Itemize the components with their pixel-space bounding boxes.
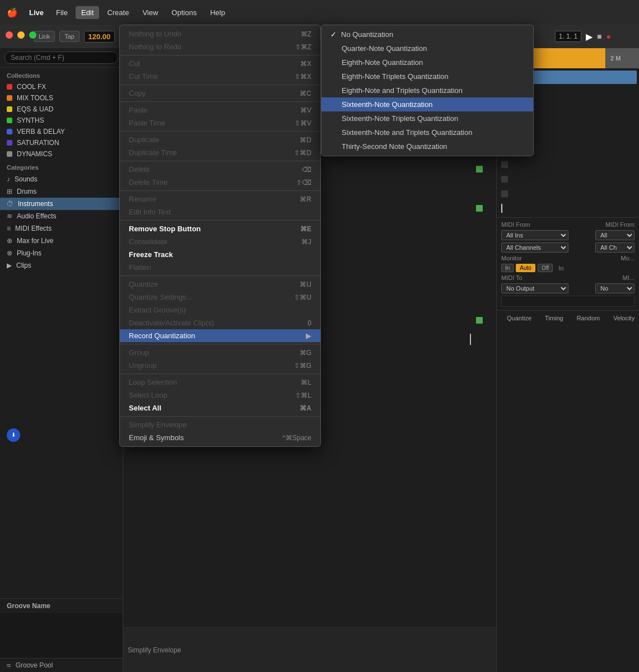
submenu-thirty-second[interactable]: Thirty-Second Note Quantization	[321, 139, 533, 153]
menu-paste: Paste ⌘V	[120, 104, 320, 116]
menu-extract-groove: Extract Groove(s)	[120, 304, 320, 316]
sidebar-item-plugins[interactable]: ⊗ Plug-Ins	[0, 247, 123, 259]
sidebar: Collections COOL FX MIX TOOLS EQS & UAD …	[0, 48, 123, 672]
apple-logo-icon[interactable]: 🍎	[7, 7, 18, 18]
collection-mix-tools[interactable]: MIX TOOLS	[0, 92, 123, 104]
all-channels-select[interactable]: All Channels	[501, 242, 568, 253]
view-menu[interactable]: View	[137, 6, 164, 19]
search-input[interactable]	[4, 52, 118, 64]
menu-consolidate: Consolidate ⌘J	[120, 235, 320, 248]
midi-from-label: MIDI From	[501, 221, 530, 228]
menu-freeze-track[interactable]: Freeze Track	[120, 248, 320, 261]
sidebar-item-clips[interactable]: ▶ Clips	[0, 259, 123, 272]
minimize-button[interactable]	[17, 31, 25, 39]
options-menu[interactable]: Options	[166, 6, 202, 19]
no-output-select-2[interactable]: No	[595, 283, 635, 293]
collection-cool-fx[interactable]: COOL FX	[0, 81, 123, 92]
collection-dot	[7, 118, 12, 123]
drums-icon: ⊞	[7, 188, 12, 195]
tab-random[interactable]: Random	[571, 313, 606, 323]
maximize-button[interactable]	[29, 31, 36, 39]
submenu-eighth-note[interactable]: Eighth-Note Quantization	[321, 55, 533, 69]
submenu-quarter-note[interactable]: Quarter-Note Quantization	[321, 41, 533, 55]
menu-nothing-undo: Nothing to Undo ⌘Z	[120, 27, 320, 40]
submenu-eighth-triplets[interactable]: Eighth-Note Triplets Quantization	[321, 69, 533, 83]
collection-dynamics[interactable]: DYNAMICS	[0, 148, 123, 160]
submenu-sixteenth-and-triplets[interactable]: Sixteenth-Note and Triplets Quantization	[321, 125, 533, 139]
menu-emoji-symbols[interactable]: Emoji & Symbols ^⌘Space	[120, 431, 320, 444]
menu-divider-7	[120, 220, 320, 221]
submenu-eighth-and-triplets[interactable]: Eighth-Note and Triplets Quantization	[321, 83, 533, 97]
live-logo: ⬇	[7, 428, 20, 442]
sidebar-item-drums[interactable]: ⊞ Drums	[0, 185, 123, 198]
edit-menu-trigger[interactable]: Edit	[76, 6, 99, 19]
clip-slot-green-2	[476, 205, 483, 212]
tap-button[interactable]: Tap	[59, 31, 80, 42]
submenu-sixteenth-triplets[interactable]: Sixteenth-Note Triplets Quantization	[321, 111, 533, 125]
tab-quantize[interactable]: Quantize	[501, 313, 537, 323]
menu-select-all[interactable]: Select All ⌘A	[120, 402, 320, 414]
menu-loop-selection: Loop Selection ⌘L	[120, 376, 320, 389]
sidebar-item-max-for-live[interactable]: ⊕ Max for Live	[0, 235, 123, 247]
tab-timing[interactable]: Timing	[539, 313, 569, 323]
clip-slot-9[interactable]	[499, 187, 637, 200]
close-button[interactable]	[6, 31, 13, 39]
track-volume-bar[interactable]	[501, 296, 635, 307]
position-display: 1. 1. 1	[555, 31, 581, 42]
monitor-label-2: Mo...	[621, 255, 635, 262]
monitor-off-button[interactable]: Off	[538, 264, 553, 272]
all-ins-select-2[interactable]: All	[595, 230, 635, 240]
menu-delete: Delete ⌫	[120, 163, 320, 176]
play-button-icon[interactable]: ▶	[586, 31, 593, 42]
sidebar-item-sounds[interactable]: ♪ Sounds	[0, 173, 123, 185]
collection-dot	[7, 106, 12, 112]
groove-name-label: Groove Name	[0, 599, 123, 613]
groove-pool-bar[interactable]: ≈ Groove Pool	[0, 658, 123, 672]
clip-slot-green-1	[476, 166, 483, 172]
file-menu[interactable]: File	[50, 6, 73, 19]
collection-saturation[interactable]: SATURATION	[0, 137, 123, 148]
midi-track-name-2: 2 M	[605, 48, 639, 68]
menu-divider-4	[120, 131, 320, 132]
clip-slot-cursor[interactable]	[499, 202, 637, 215]
collection-synths[interactable]: SYNTHS	[0, 115, 123, 126]
sidebar-item-audio-effects[interactable]: ≋ Audio Effects	[0, 210, 123, 222]
clip-block	[501, 190, 508, 197]
midi-controls: MIDI From MIDI From All Ins All All Chan…	[497, 217, 639, 310]
stop-button-icon[interactable]: ■	[597, 32, 601, 41]
menu-remove-stop-button[interactable]: Remove Stop Button ⌘E	[120, 222, 320, 235]
monitor-auto-button[interactable]: Auto	[516, 264, 535, 272]
bpm-display[interactable]: 120.00	[84, 31, 115, 43]
submenu-sixteenth-note[interactable]: Sixteenth-Note Quantization	[321, 97, 533, 111]
collection-dot	[7, 140, 12, 146]
all-channels-select-2[interactable]: All Ch	[595, 242, 635, 253]
record-button-icon[interactable]: ●	[607, 32, 611, 41]
create-menu[interactable]: Create	[101, 6, 134, 19]
cursor-bar	[501, 204, 502, 213]
menu-divider-2	[120, 85, 320, 85]
link-button[interactable]: Link	[34, 31, 55, 42]
sidebar-item-instruments[interactable]: ⏱ Instruments	[0, 198, 123, 210]
groove-section: Groove Name ≈ Groove Pool	[0, 598, 123, 672]
simplify-envelope-label: Simplify Envelope	[128, 646, 181, 654]
groove-pool-icon: ≈	[7, 661, 11, 670]
monitor-in-button[interactable]: In	[501, 264, 514, 272]
app-name[interactable]: Live	[25, 6, 48, 19]
clips-icon: ▶	[7, 262, 12, 269]
tab-velocity[interactable]: Velocity	[608, 313, 639, 323]
sidebar-item-midi-effects[interactable]: ≡ MIDI Effects	[0, 222, 123, 235]
menu-record-quantization[interactable]: Record Quantization ▶	[120, 329, 320, 342]
menu-duplicate-time: Duplicate Time ⇧⌘D	[120, 146, 320, 159]
menu-deactivate-clip: Deactivate/Activate Clip(s) 0	[120, 316, 320, 329]
help-menu[interactable]: Help	[204, 6, 231, 19]
midi-from-row: MIDI From MIDI From	[501, 221, 635, 228]
submenu-no-quantization[interactable]: No Quantization	[321, 27, 533, 41]
collection-eqs-uad[interactable]: EQS & UAD	[0, 104, 123, 115]
clip-slot-8[interactable]	[499, 172, 637, 186]
max-for-live-icon: ⊕	[7, 237, 12, 245]
collection-verb-delay[interactable]: VERB & DELAY	[0, 126, 123, 137]
all-ins-select[interactable]: All Ins	[501, 230, 568, 240]
clip-slot-7[interactable]	[499, 158, 637, 171]
no-output-select[interactable]: No Output	[501, 283, 568, 293]
collection-dot	[7, 129, 12, 134]
